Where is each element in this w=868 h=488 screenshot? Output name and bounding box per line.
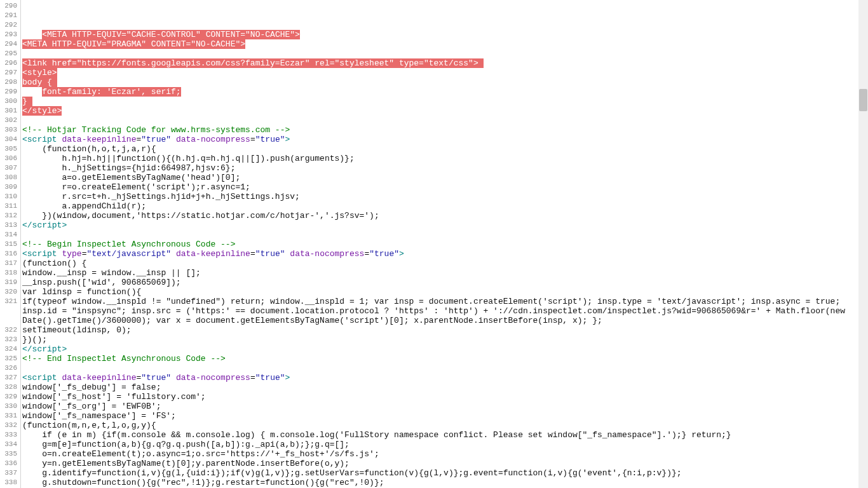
code-line[interactable]: o=n.createElement(t);o.async=1;o.src='ht… <box>22 449 858 459</box>
line-number: 308 <box>0 173 20 182</box>
line-number: 298 <box>0 78 20 87</box>
code-line[interactable]: (function(h,o,t,j,a,r){ <box>22 144 858 154</box>
code-line[interactable]: window['_fs_host'] = 'fullstory.com'; <box>22 392 858 402</box>
code-line[interactable]: if (e in m) {if(m.console && m.console.l… <box>22 430 858 440</box>
line-number: 322 <box>0 325 20 335</box>
line-number: 311 <box>0 201 20 211</box>
code-line[interactable]: window['_fs_namespace'] = 'FS'; <box>22 411 858 421</box>
code-line[interactable]: window.__insp = window.__insp || []; <box>22 268 858 278</box>
code-line[interactable]: </script> <box>22 344 858 354</box>
line-number: 323 <box>0 335 20 344</box>
line-number: 299 <box>0 87 20 97</box>
code-line[interactable]: y=n.getElementsByTagName(t)[0];y.parentN… <box>22 459 858 468</box>
line-number: 304 <box>0 135 20 144</box>
line-number: 307 <box>0 163 20 173</box>
line-number: 334 <box>0 440 20 449</box>
code-line[interactable]: <!-- Hotjar Tracking Code for www.hrms-s… <box>22 125 858 135</box>
line-number: 293 <box>0 30 20 39</box>
code-line[interactable]: h._hjSettings={hjid:664987,hjsv:6}; <box>22 163 858 173</box>
line-number: 303 <box>0 125 20 135</box>
code-line[interactable]: window['_fs_org'] = 'EWF0B'; <box>22 402 858 411</box>
code-line[interactable]: h.hj=h.hj||function(){(h.hj.q=h.hj.q||[]… <box>22 154 858 163</box>
line-number: 292 <box>0 20 20 30</box>
line-number: 305 <box>0 144 20 154</box>
code-line[interactable]: r.src=t+h._hjSettings.hjid+j+h._hjSettin… <box>22 192 858 201</box>
line-number: 296 <box>0 58 20 68</box>
code-line[interactable]: __insp.push(['wid', 906865069]); <box>22 278 858 287</box>
code-line[interactable] <box>22 1 858 11</box>
code-line[interactable] <box>22 11 858 20</box>
code-line[interactable] <box>22 230 858 240</box>
line-number: 333 <box>0 430 20 440</box>
code-line[interactable]: var ldinsp = function(){ <box>22 287 858 297</box>
line-number: 301 <box>0 106 20 116</box>
line-number: 320 <box>0 287 20 297</box>
line-number: 310 <box>0 192 20 201</box>
line-number: 306 <box>0 154 20 163</box>
code-line[interactable]: window['_fs_debug'] = false; <box>22 383 858 392</box>
code-line[interactable]: <script data-keepinline="true" data-noco… <box>22 373 858 383</box>
line-number: 327 <box>0 373 20 383</box>
code-line[interactable]: <!-- End Inspectlet Asynchronous Code --… <box>22 354 858 363</box>
code-line[interactable]: </style> <box>22 106 858 116</box>
line-number: 295 <box>0 49 20 58</box>
code-line[interactable]: g.identify=function(i,v){g(l,{uid:i});if… <box>22 468 858 478</box>
code-line[interactable]: font-family: 'Eczar', serif; <box>22 87 858 97</box>
code-line[interactable]: r=o.createElement('script');r.async=1; <box>22 182 858 192</box>
code-line[interactable] <box>22 363 858 373</box>
line-number: 338 <box>0 478 20 487</box>
line-number: 329 <box>0 392 20 402</box>
code-line[interactable]: <META HTTP-EQUIV="PRAGMA" CONTENT="NO-CA… <box>22 39 858 49</box>
code-line[interactable]: <style> <box>22 68 858 78</box>
code-line[interactable]: })(); <box>22 335 858 344</box>
code-line[interactable]: body { <box>22 78 858 87</box>
scrollbar-thumb[interactable] <box>859 89 867 111</box>
line-number: 326 <box>0 363 20 373</box>
line-number: 335 <box>0 449 20 459</box>
line-number: 315 <box>0 240 20 249</box>
code-line[interactable] <box>22 20 858 30</box>
code-line[interactable]: a.appendChild(r); <box>22 201 858 211</box>
code-line[interactable]: g=m[e]=function(a,b){g.q?g.q.push([a,b])… <box>22 440 858 449</box>
line-number: 312 <box>0 211 20 220</box>
line-number: 330 <box>0 402 20 411</box>
line-number: 297 <box>0 68 20 78</box>
line-number: 325 <box>0 354 20 363</box>
code-editor[interactable]: <META HTTP-EQUIV="CACHE-CONTROL" CONTENT… <box>21 0 858 488</box>
line-number: 318 <box>0 268 20 278</box>
code-line[interactable] <box>22 116 858 125</box>
code-line[interactable]: if(typeof window.__inspld != "undefined"… <box>22 297 858 325</box>
line-number: 331 <box>0 411 20 421</box>
code-line[interactable]: <!-- Begin Inspectlet Asynchronous Code … <box>22 240 858 249</box>
code-line[interactable]: a=o.getElementsByTagName('head')[0]; <box>22 173 858 182</box>
code-line[interactable] <box>22 49 858 58</box>
code-line[interactable]: g.shutdown=function(){g("rec",!1)};g.res… <box>22 478 858 487</box>
code-line[interactable]: setTimeout(ldinsp, 0); <box>22 325 858 335</box>
code-line[interactable]: </script> <box>22 220 858 230</box>
code-line[interactable]: (function(m,n,e,t,l,o,g,y){ <box>22 421 858 430</box>
code-line[interactable]: <META HTTP-EQUIV="CACHE-CONTROL" CONTENT… <box>22 30 858 39</box>
line-number: 332 <box>0 421 20 430</box>
code-line[interactable]: } <box>22 97 858 106</box>
line-number: 290 <box>0 1 20 11</box>
line-number: 313 <box>0 220 20 230</box>
line-number: 302 <box>0 116 20 125</box>
line-number: 328 <box>0 383 20 392</box>
line-number: 309 <box>0 182 20 192</box>
line-number: 291 <box>0 11 20 20</box>
code-line[interactable]: })(window,document,'https://static.hotja… <box>22 211 858 220</box>
line-number: 321 <box>0 297 20 306</box>
code-line[interactable]: <link href="https://fonts.googleapis.com… <box>22 58 858 68</box>
code-line[interactable]: (function() { <box>22 259 858 268</box>
line-number: 317 <box>0 259 20 268</box>
line-number: 314 <box>0 230 20 240</box>
vertical-scrollbar[interactable] <box>858 0 868 488</box>
line-number: 337 <box>0 468 20 478</box>
line-number: 316 <box>0 249 20 259</box>
line-number: 319 <box>0 278 20 287</box>
code-line[interactable]: <script type="text/javascript" data-keep… <box>22 249 858 259</box>
code-line[interactable]: <script data-keepinline="true" data-noco… <box>22 135 858 144</box>
line-number: 324 <box>0 344 20 354</box>
line-number: 300 <box>0 97 20 106</box>
line-number: 294 <box>0 39 20 49</box>
